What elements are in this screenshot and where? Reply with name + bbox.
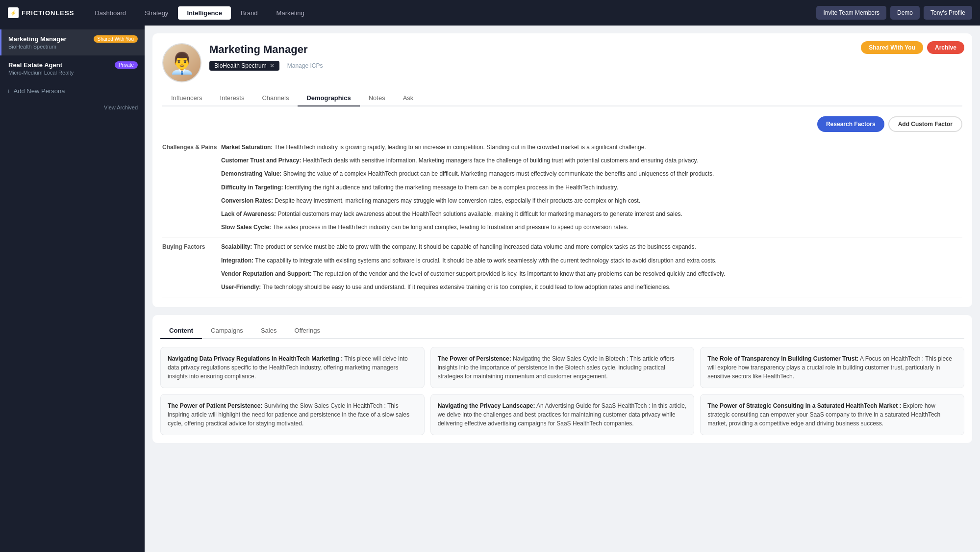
item-text: The capability to integrate with existin… bbox=[255, 257, 717, 264]
list-item: Conversion Rates: Despite heavy investme… bbox=[221, 196, 962, 206]
list-item: User-Friendly: The technology should be … bbox=[221, 283, 962, 292]
logo-icon: ⚡ bbox=[8, 7, 19, 18]
tab-influencers[interactable]: Influencers bbox=[162, 90, 211, 106]
add-custom-factor-button[interactable]: Add Custom Factor bbox=[888, 116, 962, 132]
bottom-tab-offerings[interactable]: Offerings bbox=[285, 323, 329, 339]
tab-demographics[interactable]: Demographics bbox=[298, 90, 359, 106]
bottom-tab-campaigns[interactable]: Campaigns bbox=[202, 323, 252, 339]
shared-badge: Shared With You bbox=[94, 35, 138, 43]
item-title: User-Friendly: bbox=[221, 284, 261, 290]
persona-card: Shared With You Archive 👨‍💼 Marketing Ma… bbox=[152, 33, 972, 307]
icp-tag-label: BioHealth Spectrum bbox=[214, 62, 267, 69]
item-text: Showing the value of a complex HealthTec… bbox=[283, 170, 714, 177]
list-item: Vendor Reputation and Support: The reput… bbox=[221, 269, 962, 279]
private-badge: Private bbox=[115, 61, 138, 69]
icp-tag: BioHealth Spectrum ✕ bbox=[209, 61, 279, 71]
item-title: Vendor Reputation and Support: bbox=[221, 270, 312, 277]
item-text: The product or service must be able to g… bbox=[253, 243, 696, 250]
factors-section: Challenges & Pains Market Saturation: Th… bbox=[162, 138, 962, 297]
list-item: Customer Trust and Privacy: HealthTech d… bbox=[221, 156, 962, 165]
challenges-section: Challenges & Pains Market Saturation: Th… bbox=[162, 138, 962, 237]
nav-tab-brand[interactable]: Brand bbox=[232, 6, 267, 20]
persona-header: Marketing Manager Shared With You bbox=[8, 35, 138, 43]
add-new-persona-button[interactable]: + Add New Persona bbox=[0, 81, 145, 101]
list-item: Demonstrating Value: Showing the value o… bbox=[221, 169, 962, 179]
content-card: The Power of Patient Persistence: Surviv… bbox=[160, 394, 425, 435]
item-title: Market Saturation: bbox=[221, 144, 273, 151]
avatar: 👨‍💼 bbox=[162, 43, 201, 82]
item-text: The HealthTech industry is growing rapid… bbox=[274, 144, 646, 151]
icp-row: BioHealth Spectrum ✕ Manage ICPs bbox=[209, 61, 962, 71]
invite-team-members-button[interactable]: Invite Team Members bbox=[816, 6, 886, 20]
persona-name: Marketing Manager bbox=[8, 35, 66, 43]
buying-label: Buying Factors bbox=[162, 242, 221, 292]
profile-button[interactable]: Tony's Profile bbox=[924, 6, 972, 20]
item-text: The technology should be easy to use and… bbox=[262, 284, 670, 290]
item-title: Customer Trust and Privacy: bbox=[221, 157, 301, 164]
item-title: Difficulty in Targeting: bbox=[221, 184, 283, 191]
item-title: Slow Sales Cycle: bbox=[221, 224, 271, 231]
buying-section: Buying Factors Scalability: The product … bbox=[162, 237, 962, 297]
list-item: Scalability: The product or service must… bbox=[221, 242, 962, 252]
logo-area: ⚡ FRICTIONLESS bbox=[8, 7, 74, 18]
item-title: Scalability: bbox=[221, 243, 252, 250]
card-title: Navigating the Privacy Landscape: bbox=[438, 402, 535, 409]
card-top-actions: Shared With You Archive bbox=[861, 41, 964, 54]
list-item: Difficulty in Targeting: Identifying the… bbox=[221, 183, 962, 192]
item-title: Demonstrating Value: bbox=[221, 170, 281, 177]
archive-button[interactable]: Archive bbox=[927, 41, 964, 54]
section-actions: Research Factors Add Custom Factor bbox=[162, 116, 962, 132]
persona-info: Marketing Manager BioHealth Spectrum ✕ M… bbox=[209, 43, 962, 71]
sidebar-item-real-estate-agent[interactable]: Real Estate Agent Private Micro-Medium L… bbox=[0, 55, 145, 81]
content-card: The Power of Persistence: Navigating the… bbox=[430, 347, 695, 388]
shared-with-you-button[interactable]: Shared With You bbox=[861, 41, 923, 54]
persona-name-2: Real Estate Agent bbox=[8, 61, 62, 69]
bottom-section: Content Campaigns Sales Offerings Naviga… bbox=[152, 315, 972, 443]
nav-tab-intelligence[interactable]: Intelligence bbox=[178, 6, 231, 20]
logo-text: FRICTIONLESS bbox=[22, 9, 74, 17]
challenges-items: Market Saturation: The HealthTech indust… bbox=[221, 143, 962, 232]
nav-tab-dashboard[interactable]: Dashboard bbox=[86, 6, 135, 20]
item-text: The reputation of the vendor and the lev… bbox=[313, 270, 725, 277]
item-title: Conversion Rates: bbox=[221, 197, 273, 204]
interests-content: Research Factors Add Custom Factor Chall… bbox=[162, 106, 962, 297]
nav-tab-strategy[interactable]: Strategy bbox=[136, 6, 177, 20]
card-title: Navigating Data Privacy Regulations in H… bbox=[168, 355, 343, 362]
manage-icps-button[interactable]: Manage ICPs bbox=[287, 62, 323, 69]
bottom-tab-sales[interactable]: Sales bbox=[252, 323, 286, 339]
plus-icon: + bbox=[7, 87, 11, 95]
item-text: Despite heavy investment, marketing mana… bbox=[275, 197, 640, 204]
tab-notes[interactable]: Notes bbox=[360, 90, 394, 106]
view-archived-button[interactable]: View Archived bbox=[0, 101, 145, 114]
persona-sub: BioHealth Spectrum bbox=[8, 44, 138, 50]
persona-tabs: Influencers Interests Channels Demograph… bbox=[162, 90, 962, 106]
card-title: The Role of Transparency in Building Cus… bbox=[707, 355, 858, 362]
card-title: The Power of Patient Persistence: bbox=[168, 402, 262, 409]
icp-close-button[interactable]: ✕ bbox=[270, 62, 275, 69]
bottom-tab-content[interactable]: Content bbox=[160, 323, 202, 339]
persona-title: Marketing Manager bbox=[209, 43, 962, 56]
nav-tab-marketing[interactable]: Marketing bbox=[268, 6, 313, 20]
content-cards-grid: Navigating Data Privacy Regulations in H… bbox=[160, 347, 964, 435]
content-card: The Power of Strategic Consulting in a S… bbox=[700, 394, 964, 435]
tab-interests[interactable]: Interests bbox=[211, 90, 253, 106]
item-title: Lack of Awareness: bbox=[221, 210, 276, 217]
card-title: The Power of Strategic Consulting in a S… bbox=[707, 402, 901, 409]
research-factors-button[interactable]: Research Factors bbox=[817, 116, 884, 132]
content-area: Shared With You Archive 👨‍💼 Marketing Ma… bbox=[145, 26, 980, 552]
demo-button[interactable]: Demo bbox=[890, 6, 920, 20]
content-card: The Role of Transparency in Building Cus… bbox=[700, 347, 964, 388]
item-text: HealthTech deals with sensitive informat… bbox=[303, 157, 698, 164]
tab-ask[interactable]: Ask bbox=[394, 90, 423, 106]
nav-right-actions: Invite Team Members Demo Tony's Profile bbox=[816, 6, 972, 20]
item-title: Integration: bbox=[221, 257, 253, 264]
card-title: The Power of Persistence: bbox=[438, 355, 511, 362]
sidebar-item-marketing-manager[interactable]: Marketing Manager Shared With You BioHea… bbox=[0, 29, 145, 55]
list-item: Integration: The capability to integrate… bbox=[221, 256, 962, 265]
sidebar: Marketing Manager Shared With You BioHea… bbox=[0, 26, 145, 552]
tab-channels[interactable]: Channels bbox=[253, 90, 298, 106]
item-text: Identifying the right audience and tailo… bbox=[285, 184, 618, 191]
persona-card-header: 👨‍💼 Marketing Manager BioHealth Spectrum… bbox=[162, 43, 962, 82]
content-card: Navigating Data Privacy Regulations in H… bbox=[160, 347, 425, 388]
persona-header-2: Real Estate Agent Private bbox=[8, 61, 138, 69]
